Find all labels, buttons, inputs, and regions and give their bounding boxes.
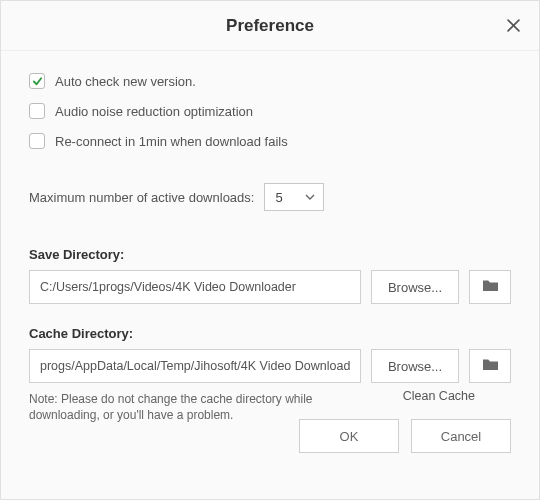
dialog-title: Preference: [226, 16, 314, 35]
max-downloads-row: Maximum number of active downloads: 5: [29, 183, 511, 211]
auto-update-row: Auto check new version.: [29, 73, 511, 89]
folder-icon: [482, 278, 499, 296]
cache-dir-input[interactable]: [29, 349, 361, 383]
cache-note: Note: Please do not change the cache dir…: [29, 389, 339, 423]
close-icon[interactable]: [501, 13, 525, 37]
content: Auto check new version. Audio noise redu…: [1, 51, 539, 469]
cache-dir-row: Browse...: [29, 349, 511, 383]
auto-update-label: Auto check new version.: [55, 74, 196, 89]
save-dir-label: Save Directory:: [29, 247, 511, 262]
audio-noise-row: Audio noise reduction optimization: [29, 103, 511, 119]
titlebar: Preference: [1, 1, 539, 51]
cache-dir-label: Cache Directory:: [29, 326, 511, 341]
clean-cache-link[interactable]: Clean Cache: [403, 389, 475, 403]
reconnect-checkbox[interactable]: [29, 133, 45, 149]
cancel-button[interactable]: Cancel: [411, 419, 511, 453]
save-dir-row: Browse...: [29, 270, 511, 304]
max-downloads-value: 5: [275, 190, 282, 205]
cache-dir-browse-button[interactable]: Browse...: [371, 349, 459, 383]
folder-icon: [482, 357, 499, 375]
chevron-down-icon: [305, 194, 315, 200]
max-downloads-select[interactable]: 5: [264, 183, 324, 211]
reconnect-label: Re-connect in 1min when download fails: [55, 134, 288, 149]
reconnect-row: Re-connect in 1min when download fails: [29, 133, 511, 149]
save-dir-open-button[interactable]: [469, 270, 511, 304]
cache-dir-open-button[interactable]: [469, 349, 511, 383]
button-row: OK Cancel: [299, 419, 511, 453]
save-dir-browse-button[interactable]: Browse...: [371, 270, 459, 304]
auto-update-checkbox[interactable]: [29, 73, 45, 89]
audio-noise-label: Audio noise reduction optimization: [55, 104, 253, 119]
footer: Note: Please do not change the cache dir…: [29, 389, 511, 459]
audio-noise-checkbox[interactable]: [29, 103, 45, 119]
ok-button[interactable]: OK: [299, 419, 399, 453]
max-downloads-label: Maximum number of active downloads:: [29, 190, 254, 205]
save-dir-input[interactable]: [29, 270, 361, 304]
